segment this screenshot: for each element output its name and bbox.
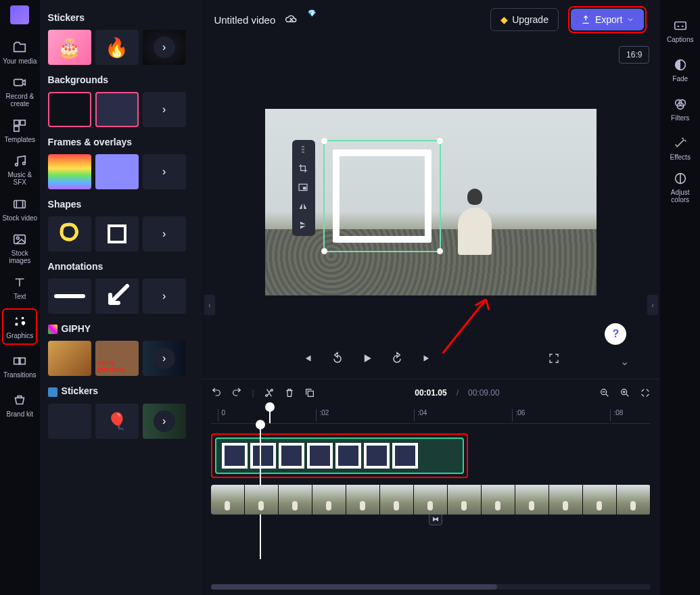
rnav-adjust-colors[interactable]: Adjust colors xyxy=(663,169,698,206)
svg-rect-6 xyxy=(14,200,26,208)
play-button[interactable] xyxy=(360,352,374,365)
export-button[interactable]: Export xyxy=(571,9,644,30)
shape-thumb[interactable] xyxy=(95,216,139,252)
rnav-fade[interactable]: Fade xyxy=(663,51,698,88)
expand-down-icon[interactable]: ⌄ xyxy=(620,355,629,368)
svg-point-8 xyxy=(17,237,20,239)
rnav-effects[interactable]: Effects xyxy=(663,130,698,166)
shape-thumb[interactable] xyxy=(48,216,91,252)
duplicate-icon[interactable] xyxy=(304,387,315,398)
delete-icon[interactable] xyxy=(284,387,295,398)
stickers-icon xyxy=(48,387,57,397)
skip-start-icon[interactable] xyxy=(301,352,314,365)
nav-your-media[interactable]: Your media xyxy=(2,34,37,70)
rnav-label: Fade xyxy=(672,75,688,82)
tick-label: :04 xyxy=(417,409,427,416)
cloud-sync-icon[interactable] xyxy=(285,13,298,26)
selected-frame-overlay[interactable] xyxy=(323,140,441,252)
nav-brand-kit[interactable]: Brand kit xyxy=(2,387,37,423)
svg-point-4 xyxy=(16,164,18,166)
nav-stock-images[interactable]: Stock images xyxy=(2,230,37,266)
skip-end-icon[interactable] xyxy=(420,352,434,365)
diamond-icon: ◆ xyxy=(500,14,508,25)
sticker-thumb[interactable]: 🎈 xyxy=(95,404,139,439)
more-button[interactable]: › xyxy=(143,92,186,127)
timeline-ruler[interactable]: 0 :02 :04 :06 :08 xyxy=(211,406,651,424)
nav-stock-video[interactable]: Stock video xyxy=(2,191,37,227)
clip-highlight xyxy=(211,433,468,478)
svg-rect-3 xyxy=(14,126,19,130)
svg-rect-2 xyxy=(20,120,25,124)
right-nav: Captions Fade Filters Effects Adjust col… xyxy=(660,0,700,595)
svg-rect-14 xyxy=(308,391,313,396)
timeline-scrollbar[interactable] xyxy=(211,584,651,590)
background-thumb[interactable] xyxy=(48,92,91,127)
crop-icon[interactable] xyxy=(298,163,310,175)
nav-text[interactable]: Text xyxy=(2,269,37,306)
section-title: Stickers xyxy=(48,385,194,396)
giphy-icon xyxy=(48,325,57,334)
tick-label: :06 xyxy=(515,409,525,416)
zoom-in-icon[interactable] xyxy=(620,387,630,398)
section-title: Stickers xyxy=(48,12,194,23)
undo-icon[interactable] xyxy=(211,387,222,398)
frame-thumb[interactable] xyxy=(95,154,139,189)
rewind-icon[interactable] xyxy=(331,352,344,365)
more-button[interactable]: › xyxy=(143,341,186,376)
section-title: Annotations xyxy=(48,261,194,272)
project-title[interactable]: Untitled video xyxy=(214,14,275,26)
playhead[interactable] xyxy=(269,406,271,423)
split-icon[interactable] xyxy=(264,387,275,398)
giphy-thumb[interactable]: APPY BIRTHDA xyxy=(95,341,139,376)
premium-badge-icon: 💎 xyxy=(308,9,316,17)
more-button[interactable]: › xyxy=(143,154,186,189)
rnav-label: Filters xyxy=(671,114,689,122)
app-logo-icon[interactable] xyxy=(10,5,29,24)
section-title: Backgrounds xyxy=(48,74,194,85)
rnav-captions[interactable]: Captions xyxy=(663,12,698,49)
nav-graphics[interactable]: Graphics xyxy=(2,308,37,345)
more-button[interactable]: › xyxy=(143,30,186,65)
svg-rect-0 xyxy=(14,79,23,85)
resize-handle[interactable] xyxy=(321,138,327,144)
collapse-panel-icon[interactable]: ‹ xyxy=(204,295,215,315)
forward-icon[interactable] xyxy=(390,352,404,365)
more-button[interactable]: › xyxy=(143,404,186,439)
sticker-thumb[interactable] xyxy=(48,404,91,439)
time-current: 00:01.05 xyxy=(415,388,446,398)
nav-music-sfx[interactable]: Music & SFX xyxy=(2,151,37,188)
annotation-thumb[interactable] xyxy=(48,279,91,314)
upgrade-button[interactable]: ◆Upgrade xyxy=(490,8,559,31)
giphy-thumb[interactable] xyxy=(48,341,91,376)
flip-h-icon[interactable] xyxy=(298,201,310,213)
preview-stage xyxy=(202,39,660,345)
video-clip[interactable] xyxy=(211,485,651,515)
more-button[interactable]: › xyxy=(143,216,186,252)
nav-label: Music & SFX xyxy=(2,171,37,186)
background-thumb[interactable] xyxy=(95,92,139,127)
rnav-label: Effects xyxy=(670,153,691,161)
redo-icon[interactable] xyxy=(231,387,242,398)
flip-v-icon[interactable] xyxy=(298,220,310,232)
graphic-clip[interactable] xyxy=(215,437,464,474)
nav-transitions[interactable]: Transitions xyxy=(2,348,37,384)
nav-templates[interactable]: Templates xyxy=(2,112,37,149)
timeline-tracks[interactable]: ⧓ xyxy=(202,424,660,524)
pip-icon[interactable] xyxy=(298,182,310,194)
collapse-rpanel-icon[interactable]: › xyxy=(647,295,658,315)
rnav-filters[interactable]: Filters xyxy=(663,91,698,127)
frame-thumb[interactable] xyxy=(48,154,91,189)
drag-handle-icon[interactable] xyxy=(298,144,310,156)
more-button[interactable]: › xyxy=(143,279,186,314)
sticker-thumb[interactable]: 🔥 xyxy=(95,30,139,65)
video-canvas[interactable] xyxy=(265,109,597,295)
zoom-fit-icon[interactable] xyxy=(640,387,651,398)
nav-record-create[interactable]: Record & create xyxy=(2,73,37,110)
fullscreen-icon[interactable] xyxy=(547,352,561,365)
annotation-thumb[interactable] xyxy=(95,279,139,314)
sticker-thumb[interactable]: 🎂 xyxy=(48,30,91,65)
zoom-out-icon[interactable] xyxy=(599,387,610,398)
left-nav: Your media Record & create Templates Mus… xyxy=(0,0,40,595)
upload-icon xyxy=(580,14,591,25)
resize-handle[interactable] xyxy=(437,138,443,144)
